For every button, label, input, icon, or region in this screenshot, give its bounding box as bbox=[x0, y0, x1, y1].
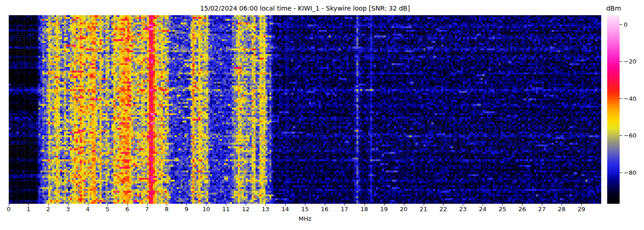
colorbar-tick-label: 0 bbox=[624, 21, 627, 28]
colorbar-tick-mark bbox=[620, 98, 622, 99]
x-axis-label: MHz bbox=[9, 215, 601, 222]
colorbar-tick-label: −60 bbox=[624, 132, 636, 139]
x-tick-label: 13 bbox=[262, 206, 270, 213]
x-tick-label: 28 bbox=[558, 206, 566, 213]
x-tick-label: 7 bbox=[145, 206, 149, 213]
x-tick-label: 23 bbox=[459, 206, 467, 213]
x-tick-label: 0 bbox=[7, 206, 11, 213]
x-tick-label: 22 bbox=[439, 206, 447, 213]
x-tick-label: 16 bbox=[321, 206, 329, 213]
colorbar-gradient bbox=[607, 15, 620, 204]
x-tick-label: 27 bbox=[538, 206, 546, 213]
x-tick-label: 1 bbox=[27, 206, 30, 213]
x-tick-label: 17 bbox=[341, 206, 349, 213]
x-tick-label: 3 bbox=[66, 206, 70, 213]
colorbar-tick-label: −40 bbox=[624, 95, 636, 102]
x-tick-label: 5 bbox=[106, 206, 109, 213]
x-tick-label: 20 bbox=[400, 206, 408, 213]
x-tick-label: 18 bbox=[360, 206, 368, 213]
x-tick-label: 9 bbox=[184, 206, 188, 213]
chart-title: 15/02/2024 06:00 local time - KIWI_1 - S… bbox=[9, 5, 601, 12]
spectrogram-heatmap bbox=[9, 15, 601, 204]
x-tick-label: 26 bbox=[518, 206, 526, 213]
x-tick-label: 11 bbox=[222, 206, 230, 213]
x-tick-label: 24 bbox=[479, 206, 487, 213]
colorbar-tick-mark bbox=[620, 61, 622, 62]
colorbar-tick-mark bbox=[620, 24, 622, 25]
x-tick-label: 12 bbox=[242, 206, 250, 213]
spectrogram-figure: 15/02/2024 06:00 local time - KIWI_1 - S… bbox=[0, 0, 644, 230]
colorbar-tick-mark bbox=[620, 172, 622, 173]
colorbar-tick-mark bbox=[620, 135, 622, 136]
x-tick-label: 19 bbox=[380, 206, 388, 213]
x-tick-label: 21 bbox=[420, 206, 427, 213]
colorbar-label: dBm bbox=[601, 5, 627, 12]
x-tick-label: 25 bbox=[499, 206, 506, 213]
x-tick-label: 14 bbox=[282, 206, 289, 213]
x-tick-label: 2 bbox=[46, 206, 50, 213]
x-tick-label: 15 bbox=[301, 206, 309, 213]
colorbar-tick-label: −80 bbox=[624, 169, 636, 176]
colorbar-tick-label: −20 bbox=[624, 58, 636, 65]
x-tick-label: 29 bbox=[578, 206, 586, 213]
x-tick-label: 10 bbox=[202, 206, 210, 213]
x-tick-label: 6 bbox=[125, 206, 129, 213]
x-tick-label: 8 bbox=[165, 206, 168, 213]
x-tick-label: 4 bbox=[86, 206, 90, 213]
